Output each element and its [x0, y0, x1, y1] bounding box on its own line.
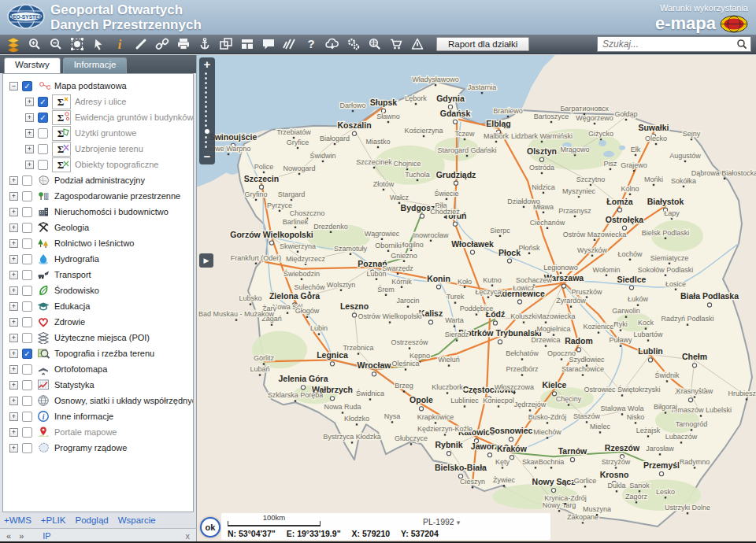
expand-icon[interactable]: +: [9, 318, 18, 327]
expand-icon[interactable]: +: [25, 129, 34, 138]
cloud-download-icon[interactable]: [324, 37, 340, 52]
layer-label[interactable]: Hydrografia: [54, 254, 99, 264]
layer-label[interactable]: Topografia i rzeźba terenu: [54, 349, 154, 358]
layer-label[interactable]: Obiekty topograficzne: [75, 160, 158, 169]
zoom-level-dot[interactable]: [205, 115, 207, 117]
expand-icon[interactable]: +: [9, 381, 18, 390]
zoom-level-dot[interactable]: [205, 105, 207, 108]
layer-label[interactable]: Adresy i ulice: [75, 97, 126, 106]
zoom-in-icon[interactable]: [26, 37, 43, 52]
zoom-level-dot[interactable]: [205, 146, 207, 148]
zoom-level-dot[interactable]: [205, 91, 207, 94]
layer-label[interactable]: Rolnictwo i leśnictwo: [54, 238, 134, 248]
hatch-icon[interactable]: [281, 37, 298, 52]
expand-icon[interactable]: +: [9, 223, 18, 232]
tab-warstwy[interactable]: Warstwy: [4, 57, 61, 73]
zoom-level-dot[interactable]: [205, 96, 207, 98]
layer-label[interactable]: Osnowy, siatki i układy współrzędnych: [54, 396, 194, 405]
layer-label[interactable]: Edukacja: [54, 301, 90, 311]
layer-label[interactable]: Użyteczne miejsca (POI): [54, 333, 150, 342]
help-icon[interactable]: ?: [302, 37, 319, 52]
parcel-report-button[interactable]: Raport dla działki: [436, 37, 529, 51]
sidebar-close-icon[interactable]: x: [186, 531, 191, 541]
expand-icon[interactable]: +: [9, 365, 18, 374]
search-input[interactable]: [601, 38, 736, 50]
expand-icon[interactable]: +: [9, 428, 18, 437]
layers-icon[interactable]: [5, 37, 21, 52]
layer-label[interactable]: Transport: [54, 270, 91, 279]
cart-icon[interactable]: [387, 37, 404, 52]
map-viewport[interactable]: ŚwinoujścieSzczecinKoszalinSłupskGdyniaG…: [197, 55, 756, 543]
map-canvas[interactable]: ŚwinoujścieSzczecinKoszalinSłupskGdyniaG…: [197, 55, 756, 543]
copy-icon[interactable]: [217, 37, 234, 52]
zoom-level-dot[interactable]: [205, 141, 207, 143]
layer-label[interactable]: Podział administracyjny: [54, 175, 145, 185]
expand-icon[interactable]: +: [25, 113, 34, 122]
expand-icon[interactable]: +: [9, 208, 18, 216]
layer-checkbox[interactable]: [22, 380, 32, 390]
expand-icon[interactable]: +: [9, 444, 18, 452]
expand-icon[interactable]: +: [25, 145, 34, 153]
layer-checkbox[interactable]: [22, 412, 32, 422]
layer-label[interactable]: Ortofotomapa: [54, 364, 107, 374]
pager-next-icon[interactable]: »: [19, 531, 24, 541]
layer-checkbox[interactable]: [38, 160, 48, 170]
search-location-icon[interactable]: [366, 37, 383, 52]
layer-label[interactable]: Ewidencja gruntów i budynków: [75, 113, 193, 122]
layer-checkbox[interactable]: [22, 364, 32, 375]
layer-checkbox[interactable]: [22, 223, 32, 233]
collapse-icon[interactable]: −: [9, 82, 18, 90]
layer-checkbox[interactable]: [22, 175, 32, 186]
layer-checkbox[interactable]: [22, 286, 32, 296]
pager-prev-icon[interactable]: «: [6, 531, 11, 541]
layer-label[interactable]: Zdrowie: [54, 317, 85, 327]
zoom-level-dot[interactable]: [205, 77, 207, 79]
layer-checkbox[interactable]: [22, 191, 32, 201]
zoom-level-dot[interactable]: [205, 120, 207, 122]
crs-select[interactable]: PL-1992 ▾: [423, 517, 460, 526]
ok-button[interactable]: ok: [200, 517, 220, 537]
layout-icon[interactable]: [239, 37, 255, 52]
expand-icon[interactable]: +: [9, 334, 18, 342]
layer-checkbox[interactable]: [22, 396, 32, 406]
layer-checkbox[interactable]: ✓: [22, 81, 32, 91]
expand-icon[interactable]: +: [9, 397, 18, 405]
layer-label[interactable]: Programy rządowe: [54, 443, 127, 452]
expand-icon[interactable]: +: [9, 239, 18, 248]
comment-icon[interactable]: [260, 37, 276, 52]
layer-checkbox[interactable]: [22, 443, 32, 453]
layer-label[interactable]: Geologia: [54, 223, 89, 232]
zoom-level-dot[interactable]: [205, 136, 207, 139]
zoom-level-dot[interactable]: [205, 110, 207, 113]
plik-link[interactable]: +PLIK: [41, 515, 66, 525]
zoom-out-icon[interactable]: [47, 37, 64, 52]
layer-label[interactable]: Mapa podstawowa: [54, 81, 127, 90]
wsparcie-link[interactable]: Wsparcie: [118, 515, 156, 525]
expand-icon[interactable]: +: [9, 192, 18, 201]
layer-label[interactable]: Użytki gruntowe: [75, 128, 136, 138]
layer-checkbox[interactable]: ✓: [38, 113, 48, 123]
expand-icon[interactable]: +: [9, 412, 18, 421]
sidebar-toggle-arrow-icon[interactable]: ▶: [199, 253, 213, 268]
layer-checkbox[interactable]: [22, 427, 32, 438]
layer-label[interactable]: Nieruchomości i budownictwo: [54, 207, 169, 216]
tab-informacje[interactable]: Informacje: [63, 57, 128, 73]
expand-icon[interactable]: +: [9, 349, 18, 358]
layer-checkbox[interactable]: [22, 238, 32, 249]
podglad-link[interactable]: Podgląd: [75, 515, 108, 525]
download-point-icon[interactable]: [196, 37, 213, 52]
select-area-icon[interactable]: [69, 37, 85, 52]
layer-label[interactable]: Portale mapowe: [54, 427, 117, 437]
ip-link[interactable]: IP: [43, 531, 50, 541]
measure-icon[interactable]: [132, 37, 149, 52]
layer-checkbox[interactable]: [22, 207, 32, 217]
layer-label[interactable]: Uzbrojenie terenu: [75, 144, 143, 153]
zoom-in-button[interactable]: +: [204, 58, 211, 70]
search-icon[interactable]: [736, 39, 747, 50]
layer-checkbox[interactable]: ✓: [38, 97, 48, 107]
layer-checkbox[interactable]: ✓: [22, 349, 32, 359]
layer-label[interactable]: Zagospodarowanie przestrzenne: [54, 191, 180, 201]
expand-icon[interactable]: +: [25, 98, 34, 106]
wms-link[interactable]: +WMS: [4, 515, 32, 525]
layer-checkbox[interactable]: [22, 333, 32, 343]
